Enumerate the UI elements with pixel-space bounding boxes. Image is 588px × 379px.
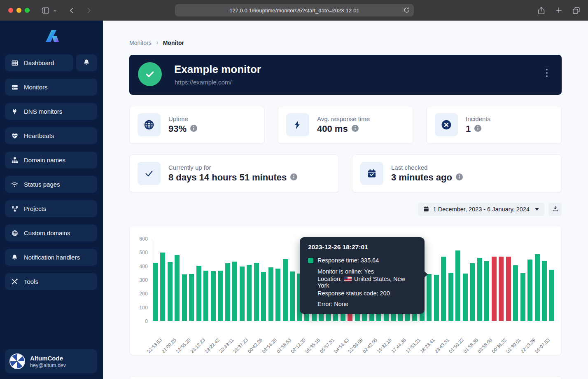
chart-bar[interactable] bbox=[189, 274, 194, 321]
info-icon[interactable] bbox=[290, 173, 297, 182]
chart-bar[interactable] bbox=[268, 267, 273, 321]
chart-bar[interactable] bbox=[506, 257, 511, 321]
chart-bar[interactable] bbox=[434, 275, 439, 321]
chart-bar[interactable] bbox=[290, 271, 295, 321]
chart-bar[interactable] bbox=[261, 272, 266, 321]
tooltip-title: 2023-12-26 18:27:01 bbox=[308, 243, 416, 251]
chart-bar[interactable] bbox=[254, 263, 259, 321]
chart-bar[interactable] bbox=[513, 265, 518, 321]
share-icon[interactable] bbox=[537, 6, 546, 15]
chart-bar[interactable] bbox=[232, 262, 237, 321]
sidebar-item-projects[interactable]: Projects bbox=[5, 200, 97, 217]
chart-bar[interactable] bbox=[492, 257, 497, 321]
chart-bar[interactable] bbox=[470, 263, 475, 321]
chart-bar[interactable] bbox=[455, 250, 460, 321]
chart-bar[interactable] bbox=[283, 259, 288, 321]
x-tick-label: 23:33:11 bbox=[218, 337, 235, 354]
address-bar[interactable]: 127.0.0.1/66uptime/monitor/25?start_date… bbox=[175, 4, 414, 16]
x-tick-label: 05:57:51 bbox=[319, 337, 335, 354]
breadcrumb-monitors-link[interactable]: Monitors bbox=[129, 40, 152, 46]
screen: 127.0.0.1/66uptime/monitor/25?start_date… bbox=[0, 0, 588, 379]
new-tab-icon[interactable] bbox=[555, 6, 563, 14]
x-tick-label: 21:00:25 bbox=[161, 337, 177, 354]
date-range-picker[interactable]: 1 December, 2023 - 6 January, 2024 bbox=[418, 203, 544, 216]
chart-bar[interactable] bbox=[441, 257, 446, 321]
minimize-window-button[interactable] bbox=[16, 8, 21, 13]
y-tick-label: 0 bbox=[130, 318, 148, 324]
chart-bar[interactable] bbox=[203, 271, 208, 321]
sidebar-toggle-icon[interactable] bbox=[41, 6, 50, 15]
chart-bar[interactable] bbox=[535, 254, 540, 321]
check-icon bbox=[138, 162, 161, 185]
info-icon[interactable] bbox=[190, 125, 197, 133]
tooltip-online: Monitor is online: Yes bbox=[317, 268, 374, 275]
forward-button[interactable] bbox=[85, 7, 93, 14]
tooltip-status-code: Response status code: 200 bbox=[317, 290, 390, 297]
chart-bar[interactable] bbox=[168, 262, 173, 321]
x-tick-label: 23:12:23 bbox=[189, 337, 206, 354]
x-tick-label: 01:30:01 bbox=[505, 337, 522, 354]
sidebar-item-monitors[interactable]: Monitors bbox=[5, 79, 97, 96]
x-tick-label: 01:56:53 bbox=[275, 337, 292, 354]
status-up-icon bbox=[138, 62, 162, 86]
chart-bar[interactable] bbox=[247, 265, 252, 321]
tab-overview-icon[interactable] bbox=[572, 6, 581, 15]
x-tick-label: 21:09:09 bbox=[348, 337, 364, 354]
app-logo[interactable] bbox=[0, 21, 103, 54]
x-tick-label: 00:36:32 bbox=[491, 337, 507, 354]
dashboard-grid-icon bbox=[11, 60, 18, 66]
chart-bar[interactable] bbox=[218, 271, 223, 321]
chart-bar[interactable] bbox=[160, 253, 165, 321]
sidebar-item-notification-handlers[interactable]: Notification handlers bbox=[5, 249, 97, 266]
sidebar-item-tools[interactable]: Tools bbox=[5, 273, 97, 290]
chart-bar[interactable] bbox=[427, 274, 432, 321]
chart-bar[interactable] bbox=[182, 274, 187, 321]
chart-bar[interactable] bbox=[240, 267, 245, 321]
y-tick-label: 300 bbox=[130, 277, 148, 283]
chart-bar[interactable] bbox=[175, 255, 180, 321]
x-tick-label: 23:43:31 bbox=[434, 337, 450, 354]
chart-bar[interactable] bbox=[153, 263, 158, 321]
sidebar-item-label: Heartbeats bbox=[24, 132, 54, 139]
chevron-down-icon[interactable] bbox=[53, 8, 57, 13]
sidebar-notifications-button[interactable] bbox=[76, 54, 97, 71]
chart-bar[interactable] bbox=[484, 261, 489, 321]
sidebar-item-dashboard[interactable]: Dashboard bbox=[5, 54, 73, 71]
chart-bar[interactable] bbox=[542, 261, 547, 321]
sidebar-item-dns-monitors[interactable]: DNS monitors bbox=[5, 103, 97, 120]
chart-bar[interactable] bbox=[275, 269, 280, 321]
tooltip-series-swatch bbox=[308, 258, 313, 263]
chevron-right-icon bbox=[155, 41, 159, 45]
chart-bar[interactable] bbox=[448, 273, 453, 321]
info-icon[interactable] bbox=[352, 125, 359, 133]
back-button[interactable] bbox=[68, 7, 76, 14]
monitor-menu-button[interactable] bbox=[546, 69, 548, 77]
chart-bar[interactable] bbox=[211, 271, 216, 321]
chart-bar[interactable] bbox=[527, 260, 532, 321]
chart-bar[interactable] bbox=[477, 258, 482, 321]
user-account[interactable]: AltumCode hey@altum.dev bbox=[5, 349, 97, 373]
zoom-window-button[interactable] bbox=[25, 8, 30, 13]
plug-icon bbox=[11, 108, 18, 115]
close-window-button[interactable] bbox=[8, 8, 13, 13]
avg-response-card: Avg. response time 400 ms bbox=[278, 106, 413, 144]
chart-bar[interactable] bbox=[549, 270, 554, 321]
sidebar-item-custom-domains[interactable]: Custom domains bbox=[5, 225, 97, 241]
reload-icon[interactable] bbox=[403, 7, 410, 15]
chart-bar[interactable] bbox=[225, 263, 230, 321]
chart-bar[interactable] bbox=[196, 266, 201, 321]
sidebar-item-domain-names[interactable]: Domain names bbox=[5, 152, 97, 168]
diagram-project-icon bbox=[11, 206, 18, 212]
sidebar-item-heartbeats[interactable]: Heartbeats bbox=[5, 127, 97, 144]
chart-bar[interactable] bbox=[463, 274, 468, 321]
sidebar-item-label: Status pages bbox=[24, 181, 60, 188]
chart-bar[interactable] bbox=[499, 257, 504, 321]
download-chart-button[interactable] bbox=[548, 203, 562, 216]
monitor-url[interactable]: https://example.com/ bbox=[175, 79, 231, 86]
x-tick-label: 17:53:21 bbox=[405, 337, 421, 354]
info-icon[interactable] bbox=[456, 173, 463, 182]
x-axis-labels: 21:53:5321:00:2522:55:2023:12:2323:22:42… bbox=[153, 335, 555, 354]
sidebar-item-status-pages[interactable]: Status pages bbox=[5, 176, 97, 193]
chart-bar[interactable] bbox=[520, 273, 525, 321]
info-icon[interactable] bbox=[474, 125, 481, 133]
